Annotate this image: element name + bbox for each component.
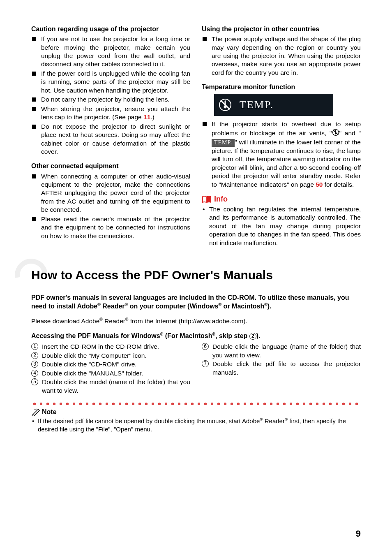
list-item: When storing the projector, ensure you a… [31,105,190,122]
heading-other-equipment: Other connected equipment [31,162,190,170]
text: , skip step [215,332,249,339]
text: or Macintosh [221,303,264,310]
list-item: Please read the owner's manuals of the p… [31,215,190,240]
temp-warning-icon-inline [332,129,339,138]
text: for details. [323,181,354,188]
note-label: Note [42,408,57,416]
text: Reader [101,303,125,310]
text: Reader [263,417,285,424]
step-num: 4 [31,370,38,377]
info-header: Info [202,195,361,204]
dotted-divider [31,402,361,406]
page-ref: 11 [143,114,150,120]
heading-accessing: Accessing the PDF Manuals for Windows® (… [31,331,361,340]
step-ref-2: 2 [249,333,256,340]
text: Double click the "MANUALS" folder. [42,370,143,377]
step-num: 2 [31,352,38,359]
step-num: 1 [31,343,38,350]
step-item: 6Double click the language (name of the … [202,343,361,359]
temp-badge-inline: TEMP. [212,139,235,146]
step-num: 5 [31,378,38,385]
heading-temp-monitor: Temperature monitor function [202,83,361,91]
text: Please download Adobe [31,317,99,324]
info-label: Info [214,195,228,204]
text: If the desired pdf file cannot be opened… [38,417,260,424]
note-body: If the desired pdf file cannot be opened… [31,417,361,433]
list-item: Do not expose the projector to direct su… [31,123,190,156]
list-item: The cooling fan regulates the internal t… [202,205,361,247]
text: ). [267,303,272,310]
page-ref: 50 [316,181,323,188]
equipment-list: When connecting a computer or other audi… [31,172,190,241]
caution-list: If you are not to use the projector for … [31,35,190,156]
temp-list: If the projector starts to overheat due … [202,120,361,189]
step-item: 3Double click the "CD-ROM" drive. [31,360,190,368]
step-item: 5Double click the model (name of the fol… [31,378,190,395]
page-number: 9 [356,528,361,540]
text: on your computer (Windows [128,303,218,310]
temp-warning-icon [218,98,232,112]
step-num: 3 [31,361,38,368]
book-icon [202,195,212,204]
text: ). [243,317,247,324]
step-item: 4Double click the "MANUALS" folder. [31,369,190,378]
text: Double click the "CD-ROM" drive. [42,361,137,368]
text: " and " [339,130,361,137]
countries-list: The power supply voltage and the shape o… [202,35,361,77]
info-list: The cooling fan regulates the internal t… [202,205,361,247]
text: Double click the model (name of the fold… [42,378,190,394]
step-item: 2Double click the "My Computer" icon. [31,352,190,360]
steps-right: 6Double click the language (name of the … [202,343,361,377]
list-item: If the power cord is unplugged while the… [31,70,190,95]
list-item: The power supply voltage and the shape o… [202,35,361,77]
text: Insert the CD-ROM in the CD-ROM drive. [42,343,159,350]
steps-left: 1Insert the CD-ROM in the CD-ROM drive. … [31,343,190,395]
svg-line-8 [33,414,35,415]
text: Double click the "My Computer" icon. [42,352,147,359]
step-num: 6 [202,343,209,350]
text: ). [256,332,261,339]
temp-label: TEMP. [240,98,274,112]
text: Double click the language (name of the f… [212,343,361,358]
heading-other-countries: Using the projector in other countries [202,25,361,33]
temp-graphic: TEMP. [214,94,333,116]
text: When storing the projector, ensure you a… [41,105,190,120]
adobe-link[interactable]: http://www.adobe.com [181,317,244,324]
list-item: If you are not to use the projector for … [31,35,190,69]
download-paragraph: Please download Adobe® Reader® from the … [31,317,361,326]
heading-caution: Caution regarding usage of the projector [31,25,190,33]
text: from the Internet ( [128,317,181,324]
text: Accessing the PDF Manuals for Windows [31,332,160,339]
intro-paragraph: PDF owner's manuals in several languages… [31,293,361,311]
text: Reader [103,317,125,324]
text: .) [150,114,154,120]
pencil-icon [31,408,40,416]
list-item: Do not carry the projector by holding th… [31,95,190,104]
text: (For Macintosh [163,332,212,339]
main-heading: How to Access the PDF Owner's Manuals [31,267,361,283]
step-item: 7Double click the pdf file to access the… [202,360,361,377]
step-item: 1Insert the CD-ROM in the CD-ROM drive. [31,343,190,351]
step-num: 7 [202,360,209,367]
list-item: If the projector starts to overheat due … [202,120,361,189]
list-item: When connecting a computer or other audi… [31,172,190,214]
note-header: Note [31,408,361,416]
text: Double click the pdf file to access the … [212,360,361,375]
